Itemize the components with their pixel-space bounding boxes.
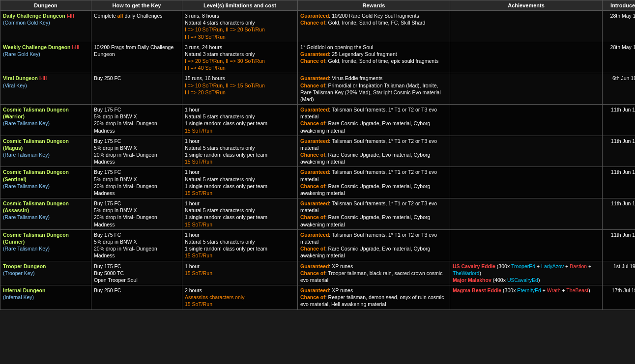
achievements-cell	[450, 105, 603, 136]
header-introduced: Introduced	[603, 0, 635, 11]
achievements-cell	[450, 167, 603, 198]
introduced-cell: 1st Jul 19	[603, 261, 635, 285]
rewards-cell: Guaranteed: Talisman Soul framents, 1* T…	[298, 136, 450, 167]
introduced-cell: 11th Jun 19	[603, 105, 635, 136]
key-cell: Buy 175 FC5% drop in BNW X20% drop in Vi…	[91, 229, 182, 261]
rewards-cell: Guaranteed: XP runesChance of: Trooper t…	[298, 261, 450, 285]
level-cell: 1 hourNatural 5 stars characters only1 s…	[182, 105, 298, 136]
level-cell: 1 hourNatural 5 stars characters only1 s…	[182, 229, 298, 261]
key-cell: Buy 175 FC5% drop in BNW X20% drop in Vi…	[91, 167, 182, 198]
level-cell: 1 hourNatural 5 stars characters only1 s…	[182, 198, 298, 230]
dungeon-cell: Infernal Dungeon(Infernal Key)	[0, 285, 91, 310]
achievements-cell	[450, 42, 603, 73]
level-cell: 15 runs, 16 hoursI => 10 SoT/Run, II => …	[182, 73, 298, 105]
key-cell: Buy 175 FC5% drop in BNW X20% drop in Vi…	[91, 105, 182, 136]
introduced-cell: 11th Jun 19	[603, 136, 635, 167]
rewards-cell: Guaranteed: Talisman Soul framents, 1* T…	[298, 198, 450, 230]
achievements-cell	[450, 73, 603, 105]
achievements-cell: Magma Beast Eddie (300x EternityEd + Wra…	[450, 285, 603, 310]
level-cell: 1 hourNatural 5 stars characters only1 s…	[182, 136, 298, 167]
key-cell: Buy 250 FC	[91, 73, 182, 105]
key-cell: Buy 250 FC	[91, 285, 182, 310]
dungeon-cell: Cosmic Talisman Dungeon (Sentinel)(Rare …	[0, 167, 91, 198]
dungeon-cell: Viral Dungeon I-III(Viral Key)	[0, 73, 91, 105]
introduced-cell: 6th Jun 19	[603, 73, 635, 105]
rewards-cell: Guaranteed: Virus Eddie fragmentsChance …	[298, 73, 450, 105]
achievements-cell	[450, 229, 603, 261]
introduced-cell: 11th Jun 19	[603, 229, 635, 261]
rewards-cell: 1* GoldIdol on opening the SoulGuarantee…	[298, 42, 450, 73]
dungeon-cell: Trooper Dungeon(Trooper Key)	[0, 261, 91, 285]
dungeon-cell: Daily Challenge Dungeon I-III(Common Gol…	[0, 11, 91, 42]
rewards-cell: Guaranteed: Talisman Soul framents, 1* T…	[298, 229, 450, 261]
dungeon-cell: Cosmic Talisman Dungeon (Magus)(Rare Tal…	[0, 136, 91, 167]
dungeon-cell: Cosmic Talisman Dungeon (Warrior)(Rare T…	[0, 105, 91, 136]
header-achievements: Achievements	[450, 0, 603, 11]
key-cell: Buy 175 FC5% drop in BNW X20% drop in Vi…	[91, 198, 182, 230]
dungeon-cell: Cosmic Talisman Dungeon (Gunner)(Rare Ta…	[0, 229, 91, 261]
key-cell: 10/200 Frags from Daily Challenge Dungeo…	[91, 42, 182, 73]
rewards-cell: Guaranteed: XP runesChance of: Reaper ta…	[298, 285, 450, 310]
key-cell: Buy 175 FC5% drop in BNW X20% drop in Vi…	[91, 136, 182, 167]
rewards-cell: Guaranteed: 10/200 Rare Gold Key Soul fr…	[298, 11, 450, 42]
achievements-cell	[450, 11, 603, 42]
level-cell: 3 runs, 24 hoursNatural 3 stars characte…	[182, 42, 298, 73]
introduced-cell: 28th May 19	[603, 11, 635, 42]
level-cell: 2 hoursAssassins characters only15 SoT/R…	[182, 285, 298, 310]
dungeon-cell: Cosmic Talisman Dungeon (Assassin)(Rare …	[0, 198, 91, 230]
rewards-cell: Guaranteed: Talisman Soul framents, 1* T…	[298, 105, 450, 136]
introduced-cell: 11th Jun 19	[603, 198, 635, 230]
achievements-cell	[450, 198, 603, 230]
achievements-cell	[450, 136, 603, 167]
introduced-cell: 11th Jun 19	[603, 167, 635, 198]
achievements-cell: US Cavalry Eddie (300x TrooperEd + LadyA…	[450, 261, 603, 285]
header-level: Level(s) limitations and cost	[182, 0, 298, 11]
level-cell: 3 runs, 8 hoursNatural 4 stars character…	[182, 11, 298, 42]
header-key: How to get the Key	[91, 0, 182, 11]
key-cell: Buy 175 FCBuy 5000 TCOpen Trooper Soul	[91, 261, 182, 285]
dungeon-cell: Weekly Challenge Dungeon I-III(Rare Gold…	[0, 42, 91, 73]
level-cell: 1 hourNatural 5 stars characters only1 s…	[182, 167, 298, 198]
rewards-cell: Guaranteed: Talisman Soul framents, 1* T…	[298, 167, 450, 198]
header-dungeon: Dungeon	[0, 0, 91, 11]
introduced-cell: 17th Jul 19	[603, 285, 635, 310]
level-cell: 1 hour15 SoT/Run	[182, 261, 298, 285]
key-cell: Complete all daily Challenges	[91, 11, 182, 42]
introduced-cell: 28th May 19	[603, 42, 635, 73]
main-table: Dungeon How to get the Key Level(s) limi…	[0, 0, 635, 310]
header-rewards: Rewards	[298, 0, 450, 11]
